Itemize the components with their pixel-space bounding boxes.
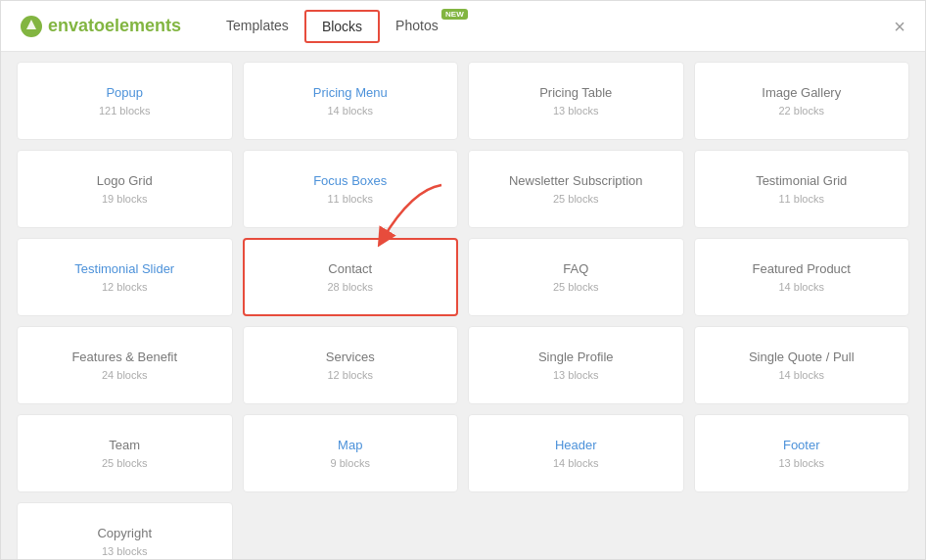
grid-item-focus-boxes[interactable]: Focus Boxes11 blocks bbox=[243, 150, 459, 228]
new-badge: NEW bbox=[441, 9, 468, 20]
envato-logo-icon bbox=[21, 16, 42, 37]
item-blocks-team: 25 blocks bbox=[102, 457, 147, 469]
item-title-focus-boxes: Focus Boxes bbox=[313, 173, 387, 188]
item-blocks-newsletter-subscription: 25 blocks bbox=[553, 193, 598, 205]
item-title-single-profile: Single Profile bbox=[538, 350, 614, 364]
grid-item-single-profile[interactable]: Single Profile13 blocks bbox=[468, 326, 684, 404]
item-title-testimonial-slider: Testimonial Slider bbox=[74, 261, 174, 276]
grid-item-newsletter-subscription[interactable]: Newsletter Subscription25 blocks bbox=[468, 150, 684, 228]
item-title-pricing-table: Pricing Table bbox=[539, 85, 612, 100]
item-blocks-contact: 28 blocks bbox=[328, 281, 373, 293]
item-blocks-single-profile: 13 blocks bbox=[553, 369, 598, 381]
item-title-contact: Contact bbox=[328, 261, 372, 276]
item-title-newsletter-subscription: Newsletter Subscription bbox=[509, 173, 643, 188]
grid-item-contact[interactable]: Contact28 blocks bbox=[243, 238, 459, 316]
grid-item-testimonial-grid[interactable]: Testimonial Grid11 blocks bbox=[694, 150, 910, 228]
grid-item-services[interactable]: Services12 blocks bbox=[243, 326, 459, 404]
grid-item-pricing-table[interactable]: Pricing Table13 blocks bbox=[468, 62, 684, 140]
grid-item-logo-grid[interactable]: Logo Grid19 blocks bbox=[17, 150, 233, 228]
tab-photos[interactable]: Photos NEW bbox=[380, 1, 466, 52]
item-title-footer: Footer bbox=[783, 438, 820, 452]
item-title-team: Team bbox=[109, 438, 140, 452]
item-blocks-featured-product: 14 blocks bbox=[779, 281, 824, 293]
grid-item-featured-product[interactable]: Featured Product14 blocks bbox=[694, 238, 910, 316]
app-container: envatoelements Templates Blocks Photos N… bbox=[0, 0, 926, 560]
item-blocks-single-quote-pull: 14 blocks bbox=[779, 369, 824, 381]
tab-blocks[interactable]: Blocks bbox=[304, 10, 380, 43]
item-title-services: Services bbox=[326, 350, 375, 364]
item-blocks-pricing-table: 13 blocks bbox=[553, 105, 598, 117]
item-blocks-services: 12 blocks bbox=[328, 369, 373, 381]
item-blocks-copyright: 13 blocks bbox=[102, 545, 147, 557]
item-blocks-pricing-menu: 14 blocks bbox=[328, 105, 373, 117]
item-blocks-map: 9 blocks bbox=[331, 457, 370, 469]
grid-item-copyright[interactable]: Copyright13 blocks bbox=[17, 502, 233, 559]
item-title-faq: FAQ bbox=[563, 261, 588, 276]
item-blocks-focus-boxes: 11 blocks bbox=[328, 193, 373, 205]
grid-item-map[interactable]: Map9 blocks bbox=[243, 414, 459, 492]
grid-item-image-gallery[interactable]: Image Gallery22 blocks bbox=[694, 62, 910, 140]
item-blocks-image-gallery: 22 blocks bbox=[779, 105, 824, 117]
grid-item-header[interactable]: Header14 blocks bbox=[468, 414, 684, 492]
item-title-featured-product: Featured Product bbox=[753, 261, 851, 276]
grid-item-team[interactable]: Team25 blocks bbox=[17, 414, 233, 492]
blocks-grid: Popup121 blocksPricing Menu14 blocksPric… bbox=[17, 62, 909, 559]
logo[interactable]: envatoelements bbox=[21, 16, 181, 37]
item-title-image-gallery: Image Gallery bbox=[762, 85, 841, 100]
nav-tabs: Templates Blocks Photos NEW bbox=[210, 1, 466, 51]
item-blocks-features-benefit: 24 blocks bbox=[102, 369, 147, 381]
item-title-map: Map bbox=[338, 438, 362, 452]
grid-item-footer[interactable]: Footer13 blocks bbox=[694, 414, 910, 492]
grid-container: Popup121 blocksPricing Menu14 blocksPric… bbox=[1, 52, 925, 559]
item-blocks-testimonial-slider: 12 blocks bbox=[102, 281, 147, 293]
item-title-testimonial-grid: Testimonial Grid bbox=[756, 173, 847, 188]
tab-templates[interactable]: Templates bbox=[210, 1, 304, 52]
grid-item-features-benefit[interactable]: Features & Benefit24 blocks bbox=[17, 326, 233, 404]
grid-item-testimonial-slider[interactable]: Testimonial Slider12 blocks bbox=[17, 238, 233, 316]
grid-item-popup[interactable]: Popup121 blocks bbox=[17, 62, 233, 140]
grid-item-single-quote-pull[interactable]: Single Quote / Pull14 blocks bbox=[694, 326, 910, 404]
item-title-logo-grid: Logo Grid bbox=[97, 173, 153, 188]
item-title-features-benefit: Features & Benefit bbox=[71, 350, 177, 364]
item-blocks-testimonial-grid: 11 blocks bbox=[779, 193, 824, 205]
item-title-header: Header bbox=[555, 438, 597, 452]
item-blocks-logo-grid: 19 blocks bbox=[102, 193, 147, 205]
item-title-copyright: Copyright bbox=[97, 526, 152, 540]
header: envatoelements Templates Blocks Photos N… bbox=[1, 1, 925, 52]
item-blocks-popup: 121 blocks bbox=[99, 105, 151, 117]
item-blocks-footer: 13 blocks bbox=[779, 457, 824, 469]
grid-item-pricing-menu[interactable]: Pricing Menu14 blocks bbox=[243, 62, 459, 140]
grid-item-faq[interactable]: FAQ25 blocks bbox=[468, 238, 684, 316]
item-blocks-faq: 25 blocks bbox=[553, 281, 598, 293]
logo-text: envatoelements bbox=[48, 16, 181, 36]
item-title-pricing-menu: Pricing Menu bbox=[313, 85, 388, 100]
item-title-popup: Popup bbox=[106, 85, 143, 100]
close-button[interactable]: × bbox=[894, 17, 905, 36]
item-blocks-header: 14 blocks bbox=[553, 457, 598, 469]
item-title-single-quote-pull: Single Quote / Pull bbox=[749, 350, 855, 364]
